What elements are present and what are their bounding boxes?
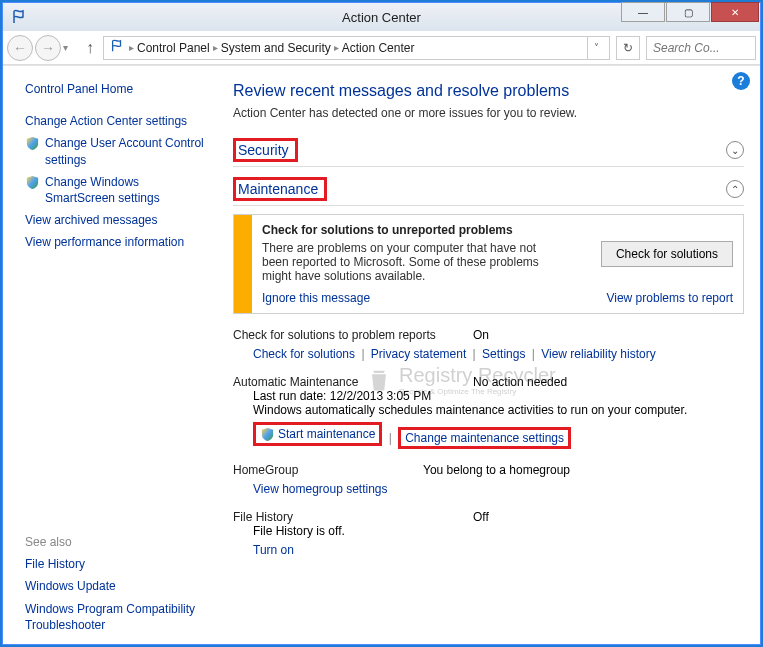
- chevron-up-icon[interactable]: ⌃: [726, 180, 744, 198]
- refresh-button[interactable]: ↻: [616, 36, 640, 60]
- shield-icon: [25, 175, 40, 190]
- status-value: You belong to a homegroup: [423, 463, 570, 477]
- search-input[interactable]: [651, 40, 751, 56]
- forward-button[interactable]: →: [35, 35, 61, 61]
- change-maintenance-settings-button[interactable]: Change maintenance settings: [398, 427, 571, 449]
- help-icon[interactable]: ?: [732, 72, 750, 90]
- notice-box: Check for solutions to unreported proble…: [233, 214, 744, 314]
- history-dropdown-icon[interactable]: ▾: [63, 42, 77, 53]
- ignore-message-link[interactable]: Ignore this message: [262, 291, 370, 305]
- automatic-maintenance-row: Automatic Maintenance No action needed: [233, 375, 744, 389]
- auto-maint-desc: Windows automatically schedules maintena…: [233, 403, 744, 417]
- homegroup-row: HomeGroup You belong to a homegroup: [233, 463, 744, 477]
- status-value: No action needed: [473, 375, 567, 389]
- turn-on-file-history-link[interactable]: Turn on: [253, 543, 294, 557]
- file-history-desc: File History is off.: [233, 524, 744, 538]
- security-label: Security: [233, 138, 298, 162]
- status-label: Automatic Maintenance: [233, 375, 473, 389]
- chevron-down-icon[interactable]: ⌄: [726, 141, 744, 159]
- privacy-statement-link[interactable]: Privacy statement: [371, 347, 466, 361]
- check-for-solutions-button[interactable]: Check for solutions: [601, 241, 733, 267]
- auto-maint-actions: Start maintenance | Change maintenance s…: [233, 422, 744, 449]
- solutions-status-row: Check for solutions to problem reports O…: [233, 328, 744, 342]
- page-subtext: Action Center has detected one or more i…: [233, 106, 744, 120]
- breadcrumb-item[interactable]: Action Center: [342, 41, 415, 55]
- start-maintenance-label: Start maintenance: [278, 427, 375, 441]
- security-section-header[interactable]: Security ⌄: [233, 134, 744, 167]
- status-label: File History: [233, 510, 473, 524]
- breadcrumb[interactable]: ▸ Control Panel ▸ System and Security ▸ …: [103, 36, 610, 60]
- last-run-text: Last run date: 12/2/2013 3:05 PM: [233, 389, 744, 403]
- minimize-button[interactable]: —: [621, 2, 665, 22]
- close-button[interactable]: ✕: [711, 2, 759, 22]
- sidebar-change-smartscreen-settings[interactable]: Change Windows SmartScreen settings: [25, 171, 211, 209]
- window-controls: — ▢ ✕: [621, 3, 760, 31]
- file-history-row: File History Off: [233, 510, 744, 524]
- breadcrumb-item[interactable]: System and Security: [221, 41, 331, 55]
- see-also-windows-update[interactable]: Windows Update: [25, 575, 211, 597]
- change-maintenance-label: Change maintenance settings: [405, 431, 564, 445]
- main-panel: ? Review recent messages and resolve pro…: [225, 66, 760, 644]
- maintenance-label: Maintenance: [233, 177, 327, 201]
- page-heading: Review recent messages and resolve probl…: [233, 82, 744, 100]
- status-label: HomeGroup: [233, 463, 423, 477]
- check-for-solutions-link[interactable]: Check for solutions: [253, 347, 355, 361]
- app-flag-icon: [9, 7, 29, 27]
- window: Action Center — ▢ ✕ ← → ▾ ↑ ▸ Control Pa…: [2, 2, 761, 645]
- view-problems-link[interactable]: View problems to report: [606, 291, 733, 305]
- chevron-right-icon: ▸: [334, 42, 339, 53]
- see-also-file-history[interactable]: File History: [25, 553, 211, 575]
- back-button[interactable]: ←: [7, 35, 33, 61]
- maintenance-section-header[interactable]: Maintenance ⌃: [233, 173, 744, 206]
- titlebar: Action Center — ▢ ✕: [3, 3, 760, 31]
- warning-stripe: [234, 215, 252, 313]
- notice-title: Check for solutions to unreported proble…: [262, 223, 733, 237]
- view-homegroup-settings-link[interactable]: View homegroup settings: [253, 482, 388, 496]
- sidebar-view-archived-messages[interactable]: View archived messages: [25, 209, 211, 231]
- control-panel-home-link[interactable]: Control Panel Home: [25, 78, 211, 100]
- body-area: Control Panel Home Change Action Center …: [3, 65, 760, 644]
- shield-icon: [260, 427, 275, 442]
- homegroup-actions: View homegroup settings: [233, 482, 744, 496]
- view-reliability-history-link[interactable]: View reliability history: [541, 347, 656, 361]
- sidebar-item-label: Change Windows SmartScreen settings: [45, 174, 211, 206]
- chevron-right-icon: ▸: [213, 42, 218, 53]
- start-maintenance-button[interactable]: Start maintenance: [253, 422, 382, 446]
- shield-icon: [25, 136, 40, 151]
- breadcrumb-item[interactable]: Control Panel: [137, 41, 210, 55]
- sidebar-view-performance-information[interactable]: View performance information: [25, 231, 211, 253]
- navbar: ← → ▾ ↑ ▸ Control Panel ▸ System and Sec…: [3, 31, 760, 65]
- breadcrumb-dropdown-icon[interactable]: ˅: [587, 37, 605, 59]
- notice-text: There are problems on your computer that…: [262, 241, 562, 283]
- sidebar-item-label: Change User Account Control settings: [45, 135, 211, 167]
- chevron-right-icon: ▸: [129, 42, 134, 53]
- file-history-actions: Turn on: [233, 543, 744, 557]
- sidebar-change-uac-settings[interactable]: Change User Account Control settings: [25, 132, 211, 170]
- settings-link[interactable]: Settings: [482, 347, 525, 361]
- breadcrumb-flag-icon: [110, 39, 124, 56]
- solutions-action-links: Check for solutions | Privacy statement …: [233, 347, 744, 361]
- status-value: Off: [473, 510, 489, 524]
- maximize-button[interactable]: ▢: [666, 2, 710, 22]
- sidebar: Control Panel Home Change Action Center …: [3, 66, 225, 644]
- search-box[interactable]: [646, 36, 756, 60]
- status-value: On: [473, 328, 489, 342]
- see-also-compat-troubleshooter[interactable]: Windows Program Compatibility Troublesho…: [25, 598, 211, 636]
- sidebar-change-action-center-settings[interactable]: Change Action Center settings: [25, 110, 211, 132]
- status-label: Check for solutions to problem reports: [233, 328, 473, 342]
- up-button[interactable]: ↑: [79, 37, 101, 59]
- see-also-heading: See also: [25, 535, 211, 549]
